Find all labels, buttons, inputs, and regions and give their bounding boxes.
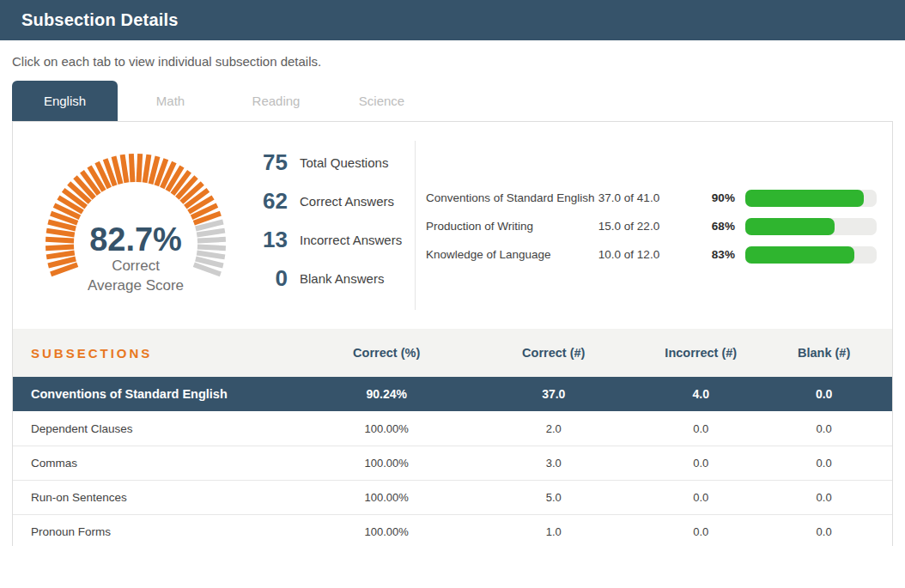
gauge-percent: 82.7% [28,221,243,258]
row-incorrect: 0.0 [646,422,756,435]
row-incorrect: 0.0 [646,491,756,504]
table-row: Dependent Clauses 100.00% 2.0 0.0 0.0 [13,411,892,446]
row-correct-pct: 100.00% [312,491,461,504]
row-incorrect: 0.0 [646,457,756,470]
stat-value: 13 [252,227,288,253]
category-row: Conventions of Standard English 37.0 of … [416,184,877,212]
table-row: Commas 100.00% 3.0 0.0 0.0 [13,446,892,480]
row-correct-pct: 100.00% [312,422,461,435]
table-header-row: SUBSECTIONS Correct (%) Correct (#) Inco… [13,329,892,377]
tab-science[interactable]: Science [329,81,434,121]
subject-tabs: English Math Reading Science [12,81,905,121]
group-row-incorrect: 4.0 [646,387,756,401]
column-header-incorrect-num: Incorrect (#) [646,346,756,360]
row-correct: 5.0 [461,491,646,504]
tab-label: Reading [252,94,301,108]
row-name: Pronoun Forms [13,525,312,538]
stat-label: Blank Answers [300,271,384,286]
category-name: Knowledge of Language [426,248,598,261]
row-blank: 0.0 [756,491,892,504]
tab-content-panel: 82.7% Correct Average Score 75 Total Que… [12,121,893,546]
tab-english[interactable]: English [12,81,118,121]
category-row: Production of Writing 15.0 of 22.0 68% [416,212,877,240]
page-title: Subsection Details [21,10,179,30]
stats-list: 75 Total Questions 62 Correct Answers 13… [252,149,402,304]
category-fraction: 15.0 of 22.0 [598,220,694,233]
row-correct: 1.0 [461,525,646,538]
row-name: Run-on Sentences [13,491,312,504]
tab-math[interactable]: Math [118,81,223,121]
category-fraction: 37.0 of 41.0 [598,191,694,204]
column-header-correct-num: Correct (#) [461,346,646,360]
stat-blank-answers: 0 Blank Answers [252,265,402,292]
category-row: Knowledge of Language 10.0 of 12.0 83% [416,240,877,269]
table-row: Pronoun Forms 100.00% 1.0 0.0 0.0 [13,514,892,546]
progress-bar-track [745,218,877,235]
category-percent: 83% [694,248,735,261]
row-incorrect: 0.0 [646,525,756,538]
tab-label: Math [156,94,185,108]
row-blank: 0.0 [756,457,892,470]
instructions-text: Click on each tab to view individual sub… [12,54,905,69]
column-header-blank-num: Blank (#) [756,346,892,360]
stat-value: 0 [252,265,288,292]
progress-bar-fill [745,246,854,264]
column-header-correct-pct: Correct (%) [312,346,461,360]
progress-bar-fill [745,218,835,235]
row-correct: 2.0 [461,422,646,435]
row-name: Dependent Clauses [13,422,312,435]
group-row-blank: 0.0 [756,387,892,401]
tab-label: English [44,94,86,108]
table-group-row: Conventions of Standard English 90.24% 3… [13,377,892,411]
tab-reading[interactable]: Reading [223,81,329,121]
row-blank: 0.0 [756,422,892,435]
stat-incorrect-answers: 13 Incorrect Answers [252,227,402,253]
row-name: Commas [13,457,312,470]
subsections-label: SUBSECTIONS [13,346,312,361]
category-percent: 68% [694,220,735,233]
progress-bar-track [745,246,877,264]
stat-label: Correct Answers [300,194,394,209]
category-name: Production of Writing [426,220,598,233]
category-progress-list: Conventions of Standard English 37.0 of … [416,184,877,269]
table-body: Dependent Clauses 100.00% 2.0 0.0 0.0 Co… [13,411,892,546]
stat-value: 62 [252,188,288,215]
group-row-name: Conventions of Standard English [13,387,312,401]
section-header: Subsection Details [0,0,905,40]
category-percent: 90% [694,191,735,204]
stat-label: Total Questions [300,155,388,170]
gauge-caption: Correct Average Score [28,256,243,295]
row-correct: 3.0 [461,457,646,470]
row-blank: 0.0 [756,525,892,538]
tab-label: Science [359,94,404,108]
category-name: Conventions of Standard English [426,191,598,204]
progress-bar-fill [745,190,864,207]
gauge-caption-line2: Average Score [28,276,243,295]
row-correct-pct: 100.00% [312,525,461,538]
table-row: Run-on Sentences 100.00% 5.0 0.0 0.0 [13,480,892,514]
stat-label: Incorrect Answers [300,233,402,247]
progress-bar-track [745,190,877,207]
stat-correct-answers: 62 Correct Answers [252,188,402,215]
category-fraction: 10.0 of 12.0 [598,248,694,261]
stat-value: 75 [252,149,288,176]
group-row-correct: 37.0 [461,387,646,401]
gauge-caption-line1: Correct [28,256,243,276]
stat-total-questions: 75 Total Questions [252,149,402,176]
row-correct-pct: 100.00% [312,457,461,470]
score-gauge: 82.7% Correct Average Score [28,148,243,306]
summary-section: 82.7% Correct Average Score 75 Total Que… [13,122,892,329]
group-row-correct-pct: 90.24% [312,387,461,401]
